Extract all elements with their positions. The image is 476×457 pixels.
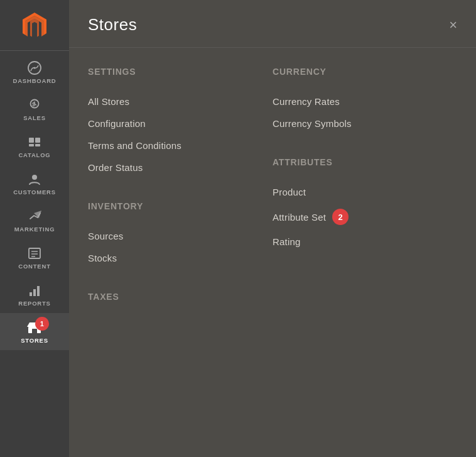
marketing-icon: [28, 209, 41, 223]
sidebar-label-reports: REPORTS: [18, 300, 51, 307]
sources-link[interactable]: Sources: [88, 225, 260, 247]
sidebar-item-customers[interactable]: CUSTOMERS: [0, 165, 69, 202]
sidebar-item-catalog[interactable]: CATALOG: [0, 128, 69, 165]
dashboard-icon: [27, 61, 42, 75]
right-column: Currency Currency Rates Currency Symbols…: [273, 67, 457, 316]
sidebar-item-sales[interactable]: $ SALES: [0, 91, 69, 128]
sidebar: DASHBOARD $ SALES CATALOG: [0, 0, 69, 457]
svg-rect-18: [32, 329, 37, 333]
currency-heading: Currency: [273, 67, 445, 77]
sidebar-label-sales: SALES: [23, 114, 46, 121]
close-button[interactable]: ×: [449, 18, 457, 32]
all-stores-link[interactable]: All Stores: [88, 91, 260, 113]
stores-icon: 1: [26, 321, 43, 334]
currency-symbols-link[interactable]: Currency Symbols: [273, 113, 445, 135]
svg-rect-14: [30, 292, 32, 296]
configuration-link[interactable]: Configuration: [88, 113, 260, 135]
reports-icon: [28, 284, 41, 297]
sidebar-label-content: CONTENT: [18, 263, 51, 270]
attribute-set-link[interactable]: Attribute Set 2: [273, 203, 349, 231]
order-status-link[interactable]: Order Status: [88, 157, 260, 179]
sidebar-label-dashboard: DASHBOARD: [13, 77, 57, 84]
inventory-heading: Inventory: [88, 201, 260, 211]
panel-body: Settings All Stores Configuration Terms …: [69, 48, 476, 334]
panel-title: Stores: [88, 15, 137, 35]
settings-heading: Settings: [88, 67, 260, 77]
attributes-heading: Attributes: [273, 157, 445, 167]
left-column: Settings All Stores Configuration Terms …: [88, 67, 273, 316]
svg-rect-5: [35, 138, 40, 143]
content-icon: [28, 246, 41, 260]
sidebar-item-marketing[interactable]: MARKETING: [0, 202, 69, 239]
sidebar-item-dashboard[interactable]: DASHBOARD: [0, 53, 69, 91]
svg-text:$: $: [32, 101, 36, 107]
catalog-icon: [27, 135, 42, 149]
inventory-section: Inventory Sources Stocks: [88, 201, 260, 269]
customers-icon: [28, 172, 41, 186]
sidebar-label-marketing: MARKETING: [14, 226, 55, 233]
svg-rect-6: [29, 144, 34, 146]
svg-rect-4: [29, 138, 34, 143]
stocks-link[interactable]: Stocks: [88, 247, 260, 269]
sidebar-logo: [0, 0, 69, 51]
rating-link[interactable]: Rating: [273, 231, 445, 253]
svg-rect-16: [37, 286, 40, 296]
attribute-set-badge: 2: [332, 209, 349, 225]
sidebar-item-reports[interactable]: REPORTS: [0, 276, 69, 313]
terms-conditions-link[interactable]: Terms and Conditions: [88, 135, 260, 157]
taxes-section: Taxes: [88, 292, 260, 302]
panel-header: Stores ×: [69, 0, 476, 48]
sidebar-item-stores[interactable]: 1 STORES: [0, 313, 69, 350]
magento-logo-icon: [20, 11, 49, 40]
stores-panel: Stores × Settings All Stores Configurati…: [69, 0, 476, 457]
sidebar-label-customers: CUSTOMERS: [13, 189, 56, 195]
sales-icon: $: [28, 98, 41, 112]
stores-badge: 1: [35, 317, 49, 331]
currency-rates-link[interactable]: Currency Rates: [273, 91, 445, 113]
product-link[interactable]: Product: [273, 181, 445, 203]
attributes-section: Attributes Product Attribute Set 2 Ratin…: [273, 157, 445, 253]
attribute-set-label: Attribute Set: [273, 212, 326, 223]
svg-point-1: [34, 67, 36, 69]
sidebar-label-catalog: CATALOG: [18, 151, 50, 158]
svg-rect-7: [35, 144, 40, 146]
stores-wrap: 1 STORES: [21, 321, 48, 344]
taxes-heading: Taxes: [88, 292, 260, 302]
sidebar-item-content[interactable]: CONTENT: [0, 239, 69, 276]
svg-rect-15: [33, 289, 36, 296]
svg-point-8: [32, 175, 37, 180]
sidebar-label-stores: STORES: [21, 337, 48, 344]
